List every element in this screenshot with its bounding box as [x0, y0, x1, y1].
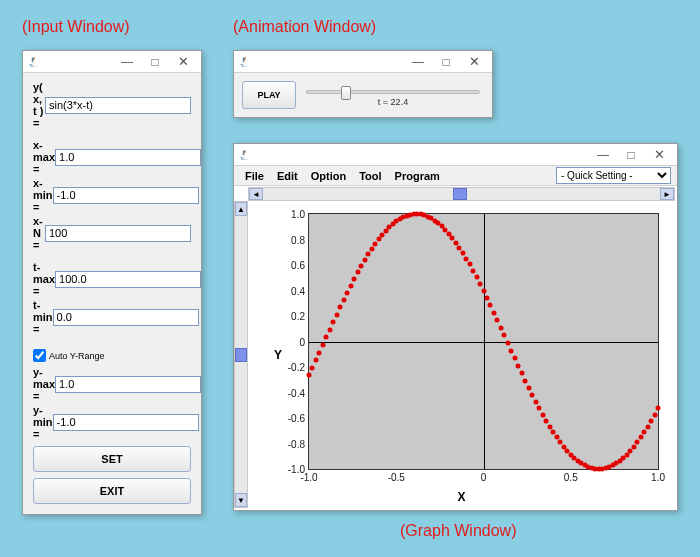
graph-titlebar[interactable]: — □ ✕	[234, 144, 677, 166]
x-tick: -1.0	[300, 472, 317, 483]
data-point	[460, 250, 465, 255]
data-point	[324, 335, 329, 340]
exit-button[interactable]: EXIT	[33, 478, 191, 504]
graph-window: — □ ✕ File Edit Option Tool Program - Qu…	[233, 143, 678, 511]
x-tick: 0.5	[564, 472, 578, 483]
input-window: — □ ✕ y( x, t ) = x-max = x-min = x-N = …	[22, 50, 202, 515]
graph-caption: (Graph Window)	[400, 522, 516, 540]
minimize-button[interactable]: —	[404, 52, 432, 72]
y-tick: 0.4	[291, 285, 305, 296]
data-point	[649, 418, 654, 423]
func-input[interactable]	[45, 97, 191, 114]
xmin-input[interactable]	[53, 187, 199, 204]
horizontal-scrollbar[interactable]: ◄ ►	[248, 187, 675, 201]
data-point	[341, 297, 346, 302]
close-button[interactable]: ✕	[460, 52, 488, 72]
x-axis-label: X	[457, 490, 465, 504]
menu-option[interactable]: Option	[306, 168, 351, 184]
data-point	[635, 440, 640, 445]
auto-y-checkbox[interactable]	[33, 349, 46, 362]
data-point	[484, 295, 489, 300]
menubar: File Edit Option Tool Program - Quick Se…	[234, 166, 677, 186]
vscroll-thumb[interactable]	[235, 348, 247, 362]
data-point	[467, 262, 472, 267]
x-tick: -0.5	[388, 472, 405, 483]
close-button[interactable]: ✕	[645, 145, 673, 165]
data-point	[526, 385, 531, 390]
ymin-input[interactable]	[53, 414, 199, 431]
scroll-up-button[interactable]: ▲	[235, 202, 247, 216]
plot-canvas: 1.00.80.60.40.20-0.2-0.4-0.6-0.8-1.0-1.0…	[308, 213, 659, 470]
data-point	[369, 246, 374, 251]
data-point	[331, 320, 336, 325]
java-icon	[238, 55, 252, 69]
data-point	[631, 444, 636, 449]
data-point	[334, 312, 339, 317]
data-point	[359, 264, 364, 269]
data-point	[530, 392, 535, 397]
y-tick: -0.2	[288, 362, 305, 373]
menu-file[interactable]: File	[240, 168, 269, 184]
data-point	[345, 290, 350, 295]
y-axis-label: Y	[274, 348, 282, 362]
scroll-right-button[interactable]: ►	[660, 188, 674, 200]
xn-input[interactable]	[45, 225, 191, 242]
maximize-button[interactable]: □	[432, 52, 460, 72]
input-caption: (Input Window)	[22, 18, 130, 36]
data-point	[338, 305, 343, 310]
y-tick: -0.4	[288, 387, 305, 398]
data-point	[471, 268, 476, 273]
minimize-button[interactable]: —	[589, 145, 617, 165]
data-point	[366, 252, 371, 257]
quick-setting-select[interactable]: - Quick Setting -	[556, 167, 671, 184]
animation-caption: (Animation Window)	[233, 18, 376, 36]
data-point	[523, 378, 528, 383]
data-point	[457, 245, 462, 250]
data-point	[307, 373, 312, 378]
y-tick: 0	[299, 336, 305, 347]
minimize-button[interactable]: —	[113, 52, 141, 72]
time-slider[interactable]	[306, 90, 480, 94]
data-point	[313, 358, 318, 363]
xmax-label: x-max =	[33, 139, 55, 175]
menu-program[interactable]: Program	[390, 168, 445, 184]
data-point	[488, 303, 493, 308]
y-axis-line	[484, 214, 485, 469]
scroll-left-button[interactable]: ◄	[249, 188, 263, 200]
close-button[interactable]: ✕	[169, 52, 197, 72]
scroll-down-button[interactable]: ▼	[235, 493, 247, 507]
vertical-scrollbar[interactable]: ▲ ▼	[234, 201, 248, 508]
tmax-input[interactable]	[55, 271, 201, 288]
maximize-button[interactable]: □	[141, 52, 169, 72]
menu-edit[interactable]: Edit	[272, 168, 303, 184]
tmin-input[interactable]	[53, 309, 199, 326]
play-button[interactable]: PLAY	[242, 81, 296, 109]
data-point	[656, 406, 661, 411]
hscroll-thumb[interactable]	[453, 188, 467, 200]
set-button[interactable]: SET	[33, 446, 191, 472]
maximize-button[interactable]: □	[617, 145, 645, 165]
data-point	[373, 241, 378, 246]
data-point	[348, 283, 353, 288]
slider-thumb[interactable]	[341, 86, 351, 100]
data-point	[512, 356, 517, 361]
menu-tool[interactable]: Tool	[354, 168, 386, 184]
data-point	[495, 318, 500, 323]
data-point	[544, 418, 549, 423]
auto-y-label: Auto Y-Range	[49, 351, 105, 361]
xmax-input[interactable]	[55, 149, 201, 166]
data-point	[551, 430, 556, 435]
time-value: t = 22.4	[302, 97, 484, 107]
x-tick: 0	[481, 472, 487, 483]
data-point	[481, 288, 486, 293]
data-point	[478, 281, 483, 286]
y-tick: 1.0	[291, 209, 305, 220]
anim-titlebar[interactable]: — □ ✕	[234, 51, 492, 73]
data-point	[362, 258, 367, 263]
ymax-input[interactable]	[55, 376, 201, 393]
data-point	[464, 256, 469, 261]
data-point	[533, 399, 538, 404]
input-titlebar[interactable]: — □ ✕	[23, 51, 201, 73]
data-point	[310, 365, 315, 370]
data-point	[502, 333, 507, 338]
